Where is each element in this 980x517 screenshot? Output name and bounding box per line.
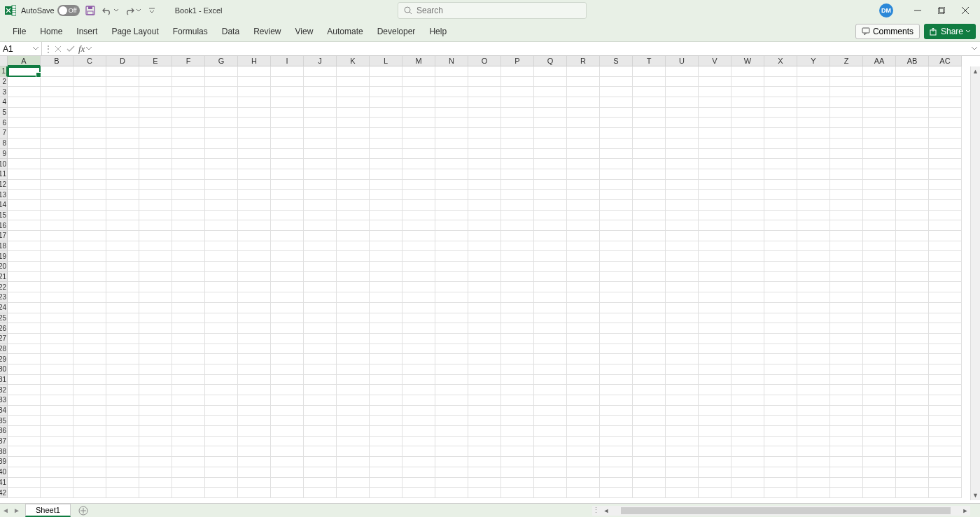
cell[interactable] [666,375,699,385]
cell[interactable] [435,149,468,160]
cell[interactable] [238,159,271,169]
cell[interactable] [238,385,271,395]
cell[interactable] [304,180,337,190]
cell[interactable] [830,467,863,478]
cell[interactable] [41,416,74,426]
cell[interactable] [74,128,106,139]
column-header[interactable]: AC [929,56,962,66]
cell[interactable] [41,446,74,457]
cell[interactable] [435,323,468,334]
row-header[interactable]: 38 [0,446,8,457]
column-header[interactable]: P [501,56,534,66]
cell[interactable] [402,159,435,169]
cell[interactable] [567,149,600,160]
cell[interactable] [370,344,402,355]
cell[interactable] [600,159,633,169]
cell[interactable] [205,437,238,447]
cell[interactable] [863,375,896,385]
cell[interactable] [699,128,732,139]
hscroll-thumb[interactable] [621,507,951,514]
cell[interactable] [435,395,468,406]
cell[interactable] [41,211,74,221]
cell[interactable] [797,118,830,128]
cell[interactable] [271,200,304,211]
cell[interactable] [896,169,929,180]
cell[interactable] [402,385,435,395]
cell[interactable] [238,446,271,457]
cell[interactable] [304,262,337,272]
cell[interactable] [468,149,501,160]
cell[interactable] [337,457,370,467]
cell[interactable] [633,118,666,128]
undo-button[interactable] [101,4,113,17]
cell[interactable] [534,364,567,375]
cell[interactable] [863,313,896,324]
cell[interactable] [74,231,106,241]
cell[interactable] [534,118,567,128]
cell[interactable] [106,364,139,375]
cell[interactable] [797,180,830,190]
cell[interactable] [435,272,468,283]
cell[interactable] [41,180,74,190]
cell[interactable] [600,169,633,180]
qat-customize-button[interactable] [146,4,158,17]
cell[interactable] [106,66,139,77]
cell[interactable] [863,292,896,303]
cell[interactable] [106,139,139,149]
cell[interactable] [929,231,962,241]
cell[interactable] [863,220,896,231]
cell[interactable] [797,262,830,272]
cell[interactable] [304,231,337,241]
cell[interactable] [896,231,929,241]
cell[interactable] [106,416,139,426]
cell[interactable] [402,108,435,118]
cell[interactable] [74,149,106,160]
cell[interactable] [106,313,139,324]
comments-button[interactable]: Comments [855,24,920,39]
cell[interactable] [205,200,238,211]
cell[interactable] [238,262,271,272]
cell[interactable] [370,303,402,313]
undo-dropdown-icon[interactable] [113,9,119,12]
cell[interactable] [896,395,929,406]
cell[interactable] [666,282,699,292]
cell[interactable] [271,220,304,231]
cell[interactable] [468,375,501,385]
cell[interactable] [633,180,666,190]
cell[interactable] [271,426,304,437]
cell[interactable] [435,251,468,262]
cell[interactable] [797,478,830,488]
cell[interactable] [139,231,172,241]
cell[interactable] [699,385,732,395]
cell[interactable] [501,87,534,97]
cell[interactable] [8,446,41,457]
cell[interactable] [304,364,337,375]
cell[interactable] [435,220,468,231]
cell[interactable] [172,385,205,395]
cell[interactable] [74,488,106,498]
cell[interactable] [271,231,304,241]
cell[interactable] [139,416,172,426]
cell[interactable] [830,251,863,262]
cell[interactable] [238,200,271,211]
row-header[interactable]: 40 [0,467,8,478]
column-header[interactable]: I [271,56,304,66]
cell[interactable] [41,354,74,364]
cell[interactable] [666,231,699,241]
cell[interactable] [337,292,370,303]
cell[interactable] [74,272,106,283]
cell[interactable] [929,180,962,190]
cell[interactable] [764,180,797,190]
cell[interactable] [633,282,666,292]
cell[interactable] [501,406,534,416]
cell[interactable] [797,292,830,303]
cell[interactable] [337,108,370,118]
cell[interactable] [501,334,534,344]
cell[interactable] [633,478,666,488]
cell[interactable] [534,66,567,77]
cell[interactable] [238,272,271,283]
cell[interactable] [732,190,764,200]
cell[interactable] [567,303,600,313]
cell[interactable] [468,354,501,364]
cell[interactable] [534,416,567,426]
